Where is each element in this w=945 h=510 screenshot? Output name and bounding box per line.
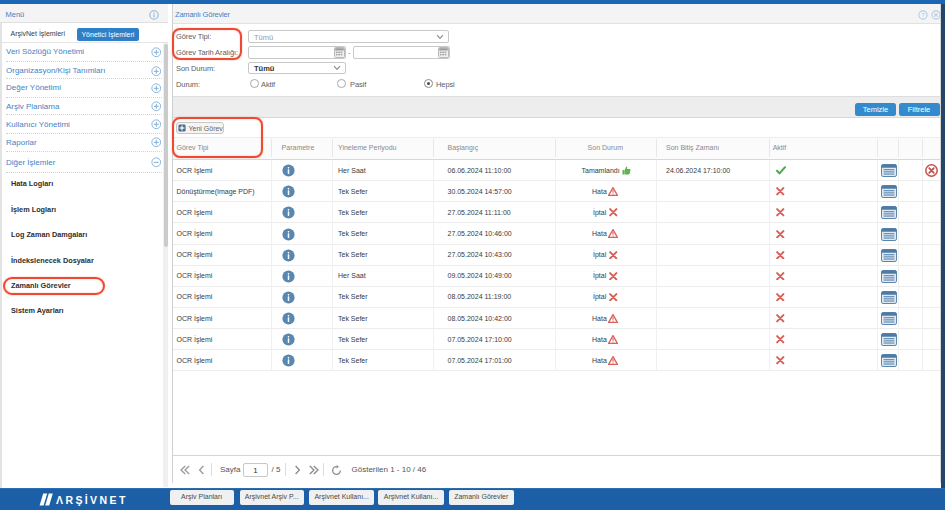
svg-text:?: ? (921, 11, 925, 18)
